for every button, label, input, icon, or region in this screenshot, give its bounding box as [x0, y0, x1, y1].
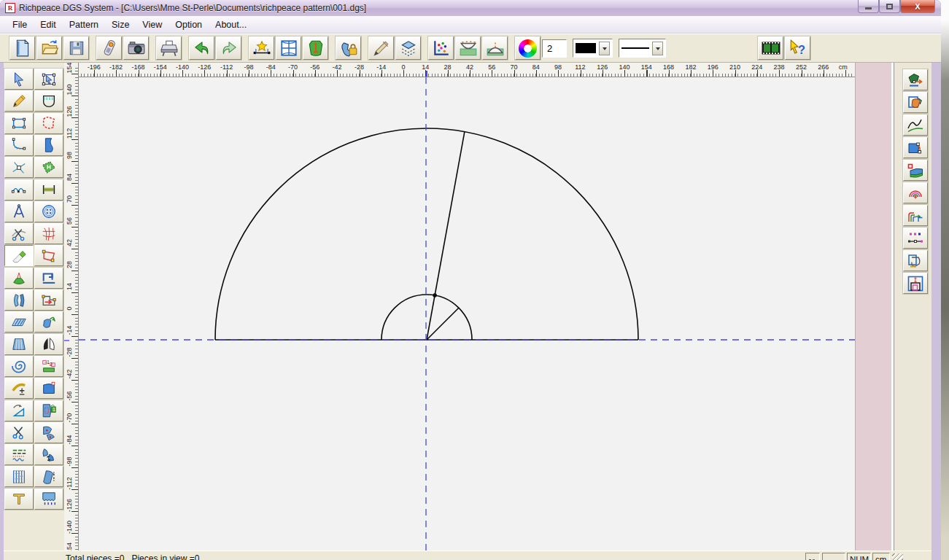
pocket-icon — [41, 93, 57, 109]
tool-cut-curve-button[interactable] — [4, 223, 34, 244]
menu-pattern[interactable]: Pattern — [63, 18, 105, 32]
hruler-label: -98 — [244, 63, 253, 71]
toolbar-scatter-button[interactable] — [428, 36, 454, 60]
tool-piece-handles-button[interactable] — [34, 245, 63, 266]
menu-view[interactable]: View — [136, 18, 169, 32]
tool-eraser-button[interactable] — [4, 245, 34, 266]
tool-pattern-grid-button[interactable] — [4, 466, 34, 487]
toolbar-save-button[interactable] — [63, 36, 89, 60]
tool-arc-rainbow-button[interactable] — [903, 182, 928, 203]
tool-grading-button[interactable] — [903, 205, 928, 226]
tool-piece-mirror-button[interactable] — [34, 334, 63, 355]
tool-net-button[interactable] — [34, 223, 63, 244]
toolbar-seam-u-button[interactable] — [455, 36, 481, 60]
tool-sewing-machine-button[interactable] — [34, 268, 63, 289]
tool-pieces-arrange-button[interactable] — [903, 69, 928, 90]
tool-skirt-pleat-button[interactable] — [4, 334, 34, 355]
tool-piece-outline-button[interactable] — [34, 113, 63, 134]
toolbar-point-star-button[interactable] — [249, 36, 274, 60]
toolbar-seam-v-button[interactable] — [482, 36, 508, 60]
toolbar-open-button[interactable] — [36, 36, 62, 60]
window-minimize-button[interactable] — [858, 0, 879, 13]
tool-piece-notch-button[interactable]: 1 — [34, 400, 63, 421]
toolbar-color-wheel-button[interactable] — [515, 36, 541, 60]
app-icon: R — [5, 3, 15, 13]
tool-width-gauge-button[interactable] — [34, 179, 63, 201]
menu-about[interactable]: About... — [209, 18, 253, 32]
tool-piece-rect-button[interactable] — [34, 378, 63, 399]
menu-size[interactable]: Size — [105, 18, 136, 32]
tool-seam-adjust-button[interactable] — [4, 378, 34, 399]
tool-dart-button[interactable] — [4, 268, 34, 289]
toolbar-redo-button[interactable] — [216, 36, 241, 60]
toolbar-layers-button[interactable] — [395, 36, 421, 60]
tool-cursor-box-button[interactable] — [34, 69, 63, 90]
tool-pocket-button[interactable] — [34, 90, 63, 112]
tool-piece-ground-button[interactable] — [903, 160, 928, 181]
seam-adjust-icon — [11, 381, 27, 397]
tool-piece-dashed-button[interactable] — [34, 466, 63, 487]
hruler-label: -182 — [109, 63, 123, 71]
tool-scissors-button[interactable] — [4, 422, 34, 443]
tool-curve-measure-button[interactable] — [903, 114, 928, 136]
tool-intersection-button[interactable] — [4, 157, 34, 178]
hruler-label: 182 — [685, 63, 696, 71]
hruler-label: 112 — [575, 63, 585, 71]
toolbar-lock-button[interactable] — [336, 36, 361, 60]
window-restore-button[interactable] — [879, 0, 900, 13]
tool-piece-point-edit-button[interactable] — [903, 137, 928, 158]
toolbar-frame-window-button[interactable] — [276, 36, 301, 60]
tool-button-holes-button[interactable] — [34, 201, 63, 222]
resize-grip[interactable] — [892, 553, 903, 560]
tool-piece-dots-button[interactable] — [34, 422, 63, 443]
toolbar-camera-button[interactable] — [123, 36, 149, 60]
tool-cursor-button[interactable] — [4, 69, 34, 90]
window-close-button[interactable]: X — [900, 0, 935, 13]
toolbar-new-button[interactable] — [9, 36, 35, 60]
dropdown-arrow-icon[interactable] — [599, 42, 610, 55]
point-sequence-icon — [907, 230, 924, 247]
dropdown-arrow-icon[interactable] — [652, 42, 663, 55]
tool-stitch-styles-button[interactable] — [4, 444, 34, 465]
toolbar-undo-button[interactable] — [189, 36, 214, 60]
menu-file[interactable]: File — [6, 18, 34, 32]
tool-piece-curve-button[interactable] — [34, 135, 63, 156]
tool-pieces-overlap-button[interactable] — [903, 92, 928, 113]
line-style-select[interactable] — [619, 39, 666, 58]
tool-point-sequence-button[interactable] — [903, 228, 928, 249]
tool-pencil-button[interactable] — [4, 90, 34, 112]
digitizer-icon — [100, 39, 119, 58]
piece-one-icon — [306, 39, 325, 58]
tool-ruffle-button[interactable] — [34, 489, 63, 510]
vruler-label: 56 — [66, 217, 73, 225]
tool-patch-button[interactable] — [34, 157, 63, 178]
line-width-input[interactable] — [542, 39, 567, 58]
toolbar-piece-one-button[interactable] — [303, 36, 328, 60]
piece-rotate-icon — [41, 314, 57, 330]
tool-frame-layout-button[interactable] — [903, 273, 928, 294]
menu-option[interactable]: Option — [169, 18, 209, 32]
menu-edit[interactable]: Edit — [34, 18, 63, 32]
pattern-canvas[interactable] — [79, 77, 855, 551]
tool-flip-button[interactable] — [4, 400, 34, 421]
line-color-select[interactable] — [573, 39, 613, 58]
tool-rectangle-button[interactable] — [4, 113, 34, 134]
tool-compass-button[interactable] — [4, 201, 34, 222]
tool-piece-rotate-button[interactable] — [34, 311, 63, 332]
toolbar-plotter-button[interactable] — [156, 36, 182, 60]
pattern-drawing — [79, 77, 855, 551]
toolbar-brush-button[interactable] — [368, 36, 394, 60]
tool-curve-segment-button[interactable] — [4, 179, 34, 201]
tool-corner-curve-button[interactable] — [4, 135, 34, 156]
toolbar-help-button[interactable]: ? — [785, 36, 810, 60]
tool-hatch-button[interactable] — [4, 311, 34, 332]
tool-piece-order-button[interactable]: 12 — [34, 356, 63, 377]
tool-pleat-button[interactable] — [4, 289, 34, 311]
tool-spiral-button[interactable] — [4, 356, 34, 377]
toolbar-filmstrip-button[interactable] — [758, 36, 783, 60]
tool-piece-shift-button[interactable] — [34, 444, 63, 465]
tool-t-square-button[interactable] — [4, 489, 34, 510]
tool-pieces-outline-button[interactable] — [903, 250, 928, 271]
tool-piece-move-button[interactable] — [34, 289, 63, 311]
toolbar-digitizer-button[interactable] — [96, 36, 122, 60]
